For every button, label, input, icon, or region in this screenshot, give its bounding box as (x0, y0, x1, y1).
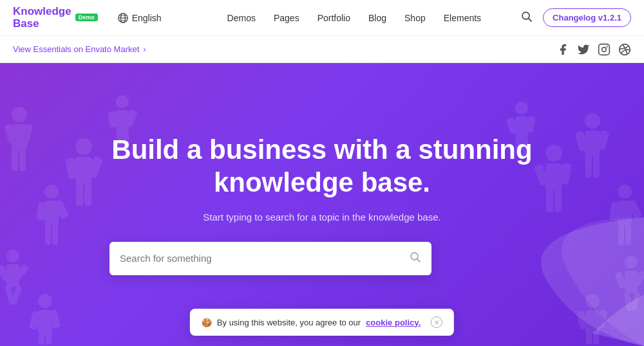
envato-link[interactable]: View Essentials on Envato Market › (13, 44, 146, 54)
nav-item-shop[interactable]: Shop (404, 13, 426, 23)
logo[interactable]: Knowledge Base Demo (13, 6, 98, 30)
svg-rect-76 (46, 333, 52, 345)
svg-point-11 (12, 107, 27, 122)
language-selector[interactable]: English (117, 12, 162, 24)
svg-rect-15 (12, 149, 18, 171)
cookie-policy-link[interactable]: cookie policy. (366, 318, 421, 327)
svg-point-17 (44, 185, 59, 199)
svg-rect-36 (585, 131, 600, 156)
nav-item-portfolio[interactable]: Portfolio (317, 13, 350, 23)
svg-point-47 (545, 145, 562, 161)
svg-point-35 (585, 113, 600, 129)
search-box (109, 242, 431, 275)
search-icon[interactable] (521, 11, 533, 25)
svg-rect-39 (585, 155, 592, 178)
svg-rect-27 (76, 183, 83, 206)
nav-item-pages[interactable]: Pages (274, 13, 299, 23)
logo-text: Knowledge Base (13, 6, 71, 30)
svg-point-29 (6, 250, 19, 262)
nav-item-elements[interactable]: Elements (444, 13, 481, 23)
envato-link-text: View Essentials on Envato Market (13, 44, 139, 54)
svg-rect-28 (84, 183, 91, 206)
cookie-emoji: 🍪 (202, 318, 212, 327)
svg-rect-21 (45, 224, 51, 245)
svg-rect-16 (19, 149, 26, 171)
sub-bar: View Essentials on Envato Market › (0, 36, 644, 63)
nav-item-blog[interactable]: Blog (368, 13, 386, 23)
svg-rect-75 (39, 333, 44, 345)
svg-point-41 (618, 185, 632, 199)
social-icons (556, 43, 631, 56)
hero-title: Build a business with a stunning knowled… (109, 134, 535, 199)
svg-rect-52 (554, 189, 562, 212)
main-menu: Demos Pages Portfolio Blog Shop Elements (187, 13, 521, 23)
hero-content: Build a business with a stunning knowled… (97, 134, 547, 275)
language-label: English (132, 13, 162, 23)
changelog-button[interactable]: Changelog v1.2.1 (543, 8, 631, 27)
hero-subtitle: Start typing to search for a topic in th… (109, 212, 535, 223)
demo-badge: Demo (75, 14, 98, 21)
svg-rect-40 (593, 155, 600, 178)
nav-right: Changelog v1.2.1 (521, 8, 631, 27)
svg-line-6 (529, 18, 532, 21)
svg-point-65 (515, 102, 528, 114)
cookie-close-button[interactable]: ✕ (431, 316, 442, 328)
search-input[interactable] (120, 253, 410, 264)
envato-arrow: › (143, 44, 146, 54)
cookie-text: By using this website, you agree to our (217, 318, 361, 327)
svg-point-71 (38, 294, 52, 308)
svg-rect-7 (599, 44, 610, 55)
search-submit-icon[interactable] (410, 251, 421, 266)
svg-point-8 (602, 47, 607, 51)
svg-point-59 (116, 95, 129, 108)
globe-icon (117, 12, 129, 24)
facebook-icon[interactable] (556, 43, 569, 56)
dribbble-icon[interactable] (618, 43, 631, 56)
instagram-icon[interactable] (598, 43, 611, 56)
svg-rect-48 (545, 163, 562, 190)
cookie-banner: 🍪 By using this website, you agree to ou… (190, 309, 454, 336)
top-navigation: Knowledge Base Demo English Demos Pages … (0, 0, 644, 36)
twitter-icon[interactable] (577, 43, 590, 56)
svg-point-9 (607, 46, 607, 47)
svg-rect-22 (52, 224, 58, 245)
svg-point-23 (75, 138, 92, 155)
nav-item-demos[interactable]: Demos (227, 13, 256, 23)
svg-line-84 (417, 259, 421, 262)
hero-section: Build a business with a stunning knowled… (0, 63, 644, 346)
